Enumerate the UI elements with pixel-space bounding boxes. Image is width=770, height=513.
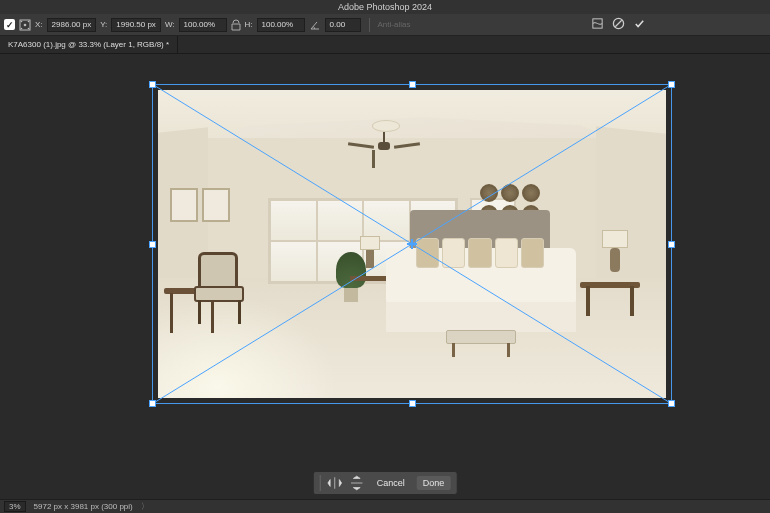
transform-options-bar: ✓ X: 2986.00 px Y: 1990.50 px W: 100.00%… bbox=[0, 14, 770, 36]
transform-handle-top-right[interactable] bbox=[668, 81, 675, 88]
warp-mode-icon[interactable] bbox=[591, 17, 604, 32]
rotation-angle-input[interactable]: 0.00 bbox=[325, 18, 361, 32]
separator bbox=[369, 18, 370, 32]
aspect-lock-icon[interactable] bbox=[231, 19, 241, 31]
anti-alias-checkbox-label: Anti-alias bbox=[378, 20, 411, 29]
x-label: X: bbox=[35, 20, 43, 29]
transform-handle-top-center[interactable] bbox=[409, 81, 416, 88]
w-label: W: bbox=[165, 20, 175, 29]
cancel-button[interactable]: Cancel bbox=[371, 476, 411, 490]
transform-handle-bottom-right[interactable] bbox=[668, 400, 675, 407]
document-tab-title: K7A6300 (1).jpg @ 33.3% (Layer 1, RGB/8)… bbox=[8, 40, 169, 49]
reference-point-visible-checkbox[interactable]: ✓ bbox=[4, 19, 15, 30]
separator bbox=[320, 475, 321, 491]
app-title-bar: Adobe Photoshop 2024 bbox=[0, 0, 770, 14]
app-title: Adobe Photoshop 2024 bbox=[338, 2, 432, 12]
svg-point-1 bbox=[24, 23, 27, 26]
reference-point-icon[interactable] bbox=[19, 19, 31, 31]
y-label: Y: bbox=[100, 20, 107, 29]
status-bar: 3% 5972 px x 3981 px (300 ppi) 〉 bbox=[0, 499, 770, 513]
document-tab[interactable]: K7A6300 (1).jpg @ 33.3% (Layer 1, RGB/8)… bbox=[0, 36, 178, 53]
angle-icon bbox=[309, 19, 321, 31]
document-tab-strip: K7A6300 (1).jpg @ 33.3% (Layer 1, RGB/8)… bbox=[0, 36, 770, 54]
document-dimensions-label: 5972 px x 3981 px (300 ppi) bbox=[34, 502, 133, 511]
svg-point-4 bbox=[21, 27, 23, 29]
canvas-area[interactable]: Cancel Done bbox=[0, 54, 770, 499]
svg-point-2 bbox=[21, 20, 23, 22]
width-scale-input[interactable]: 100.00% bbox=[179, 18, 227, 32]
transform-handle-bottom-left[interactable] bbox=[149, 400, 156, 407]
svg-point-3 bbox=[28, 20, 30, 22]
svg-line-8 bbox=[615, 20, 622, 27]
svg-point-5 bbox=[28, 27, 30, 29]
status-flyout-icon[interactable]: 〉 bbox=[141, 501, 149, 512]
h-label: H: bbox=[245, 20, 253, 29]
free-transform-bounding-box[interactable] bbox=[152, 84, 672, 404]
done-button[interactable]: Done bbox=[417, 476, 451, 490]
transform-handle-right-center[interactable] bbox=[668, 241, 675, 248]
transform-handle-bottom-center[interactable] bbox=[409, 400, 416, 407]
height-scale-input[interactable]: 100.00% bbox=[257, 18, 305, 32]
transform-reference-point[interactable] bbox=[407, 239, 417, 249]
zoom-level-input[interactable]: 3% bbox=[4, 501, 26, 512]
flip-vertical-icon[interactable] bbox=[349, 475, 365, 491]
flip-horizontal-icon[interactable] bbox=[327, 475, 343, 491]
transform-handle-top-left[interactable] bbox=[149, 81, 156, 88]
x-position-input[interactable]: 2986.00 px bbox=[47, 18, 97, 32]
transform-confirm-bar: Cancel Done bbox=[313, 471, 458, 495]
transform-handle-left-center[interactable] bbox=[149, 241, 156, 248]
y-position-input[interactable]: 1990.50 px bbox=[111, 18, 161, 32]
cancel-transform-icon[interactable] bbox=[612, 17, 625, 32]
commit-transform-icon[interactable] bbox=[633, 17, 646, 32]
